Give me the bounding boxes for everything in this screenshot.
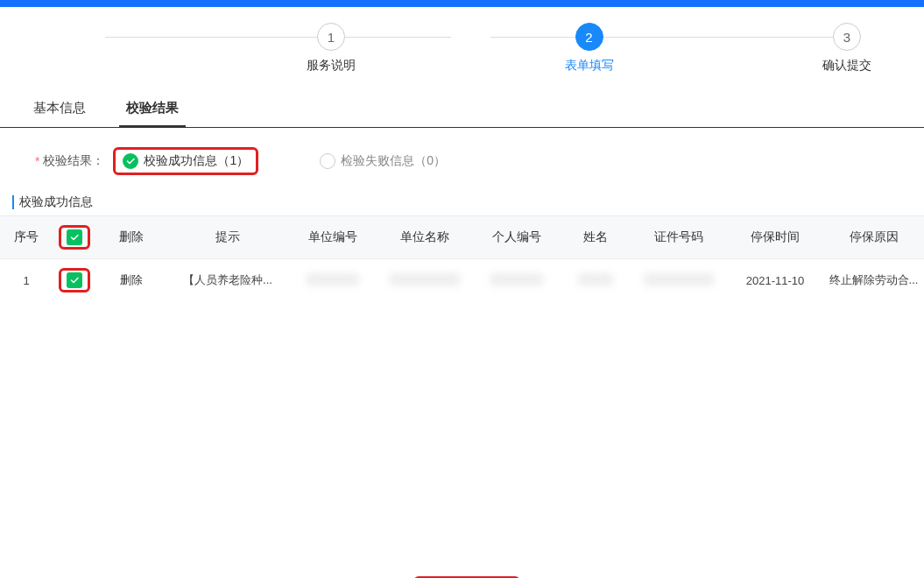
- th-personno: 个人编号: [473, 216, 561, 259]
- cell-idno: [631, 259, 727, 302]
- cell-unitno: [289, 259, 377, 302]
- table-row: 1 删除 【人员养老险种... 2021-11-10 终止解除劳动合...: [0, 259, 924, 302]
- tab-verify-result[interactable]: 校验结果: [119, 91, 186, 128]
- step-label: 确认提交: [822, 58, 871, 74]
- th-name: 姓名: [561, 216, 631, 259]
- cell-checkbox: [53, 259, 96, 302]
- th-checkbox: [53, 216, 96, 259]
- cell-seq: 1: [0, 259, 53, 302]
- cell-delete[interactable]: 删除: [96, 259, 166, 302]
- step-circle: 1: [317, 23, 345, 51]
- section-title-text: 校验成功信息: [19, 194, 93, 210]
- section-title-success: 校验成功信息: [0, 194, 924, 210]
- highlight-row-checkbox: [59, 268, 90, 293]
- highlight-success-option: 校验成功信息（1）: [113, 147, 258, 175]
- required-star: *: [35, 154, 39, 168]
- cell-tip: 【人员养老险种...: [166, 259, 289, 302]
- radio-fail[interactable]: 检验失败信息（0）: [320, 153, 446, 169]
- verify-result-label: 校验结果：: [43, 153, 104, 169]
- radio-success[interactable]: 校验成功信息（1）: [123, 153, 249, 169]
- step-3: 3 确认提交: [822, 23, 871, 74]
- th-stopreason: 停保原因: [823, 216, 924, 259]
- top-bar: [0, 0, 924, 7]
- cell-stoptime: 2021-11-10: [727, 259, 823, 302]
- th-delete: 删除: [96, 216, 166, 259]
- verify-table: 序号 删除 提示 单位编号 单位名称 个人编号 姓名 证件号码 停保时间 停保原…: [0, 215, 924, 301]
- cell-stopreason: 终止解除劳动合...: [823, 259, 924, 302]
- th-idno: 证件号码: [631, 216, 727, 259]
- tabs: 基本信息 校验结果: [0, 91, 924, 128]
- radio-success-label: 校验成功信息（1）: [144, 153, 249, 169]
- step-label: 表单填写: [565, 58, 614, 74]
- step-1: 1 服务说明: [307, 23, 356, 74]
- checkbox-row[interactable]: [67, 272, 82, 288]
- step-label: 服务说明: [307, 58, 356, 74]
- step-2: 2 表单填写: [565, 23, 614, 74]
- highlight-header-checkbox: [59, 225, 90, 250]
- stepper: 1 服务说明 2 表单填写 3 确认提交: [0, 7, 924, 82]
- step-circle: 2: [575, 23, 603, 51]
- verify-result-row: * 校验结果： 校验成功信息（1） 检验失败信息（0）: [0, 128, 924, 194]
- cell-name: [561, 259, 631, 302]
- th-seq: 序号: [0, 216, 53, 259]
- th-unitno: 单位编号: [289, 216, 377, 259]
- step-line: [105, 37, 451, 38]
- step-circle: 3: [833, 23, 861, 51]
- radio-unchecked-icon: [320, 153, 335, 169]
- checkbox-all[interactable]: [67, 229, 82, 245]
- radio-fail-label: 检验失败信息（0）: [341, 153, 446, 169]
- spacer: [0, 301, 924, 564]
- th-stoptime: 停保时间: [727, 216, 823, 259]
- check-circle-icon: [123, 153, 138, 169]
- table-header-row: 序号 删除 提示 单位编号 单位名称 个人编号 姓名 证件号码 停保时间 停保原…: [0, 216, 924, 259]
- action-bar: 上一步 保 存 刷 新: [0, 564, 924, 578]
- tab-basic-info[interactable]: 基本信息: [26, 91, 93, 127]
- cell-personno: [473, 259, 561, 302]
- th-unitname: 单位名称: [377, 216, 473, 259]
- cell-unitname: [377, 259, 473, 302]
- th-tip: 提示: [166, 216, 289, 259]
- step-line: [490, 37, 836, 38]
